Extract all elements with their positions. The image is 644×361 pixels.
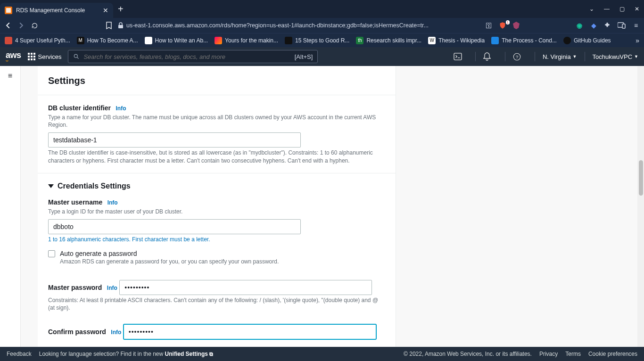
cluster-id-label: DB cluster identifier — [48, 104, 111, 112]
cookie-link[interactable]: Cookie preferences — [588, 351, 637, 357]
chevron-down-icon[interactable]: ⌄ — [588, 6, 595, 12]
aws-search-input[interactable] — [83, 53, 290, 60]
new-tab-button[interactable]: + — [113, 4, 128, 15]
chevron-down-icon: ▼ — [634, 54, 638, 59]
region-selector[interactable]: N. Virginia▼ — [543, 53, 577, 60]
chevron-down-icon — [48, 184, 54, 188]
bookmarks-overflow-icon[interactable]: » — [636, 37, 639, 44]
auto-gen-checkbox[interactable] — [48, 250, 55, 257]
bell-icon[interactable] — [483, 52, 497, 61]
info-link[interactable]: Info — [116, 105, 126, 112]
aws-favicon-icon — [5, 7, 12, 14]
bookmark-item[interactable]: thResearch skills impr... — [356, 37, 421, 44]
privacy-link[interactable]: Privacy — [539, 351, 558, 357]
info-link[interactable]: Info — [111, 329, 121, 336]
grid-icon — [28, 53, 35, 60]
master-pwd-input[interactable] — [119, 280, 372, 295]
bookmark-item[interactable]: 4 Super Useful Pyth... — [5, 37, 70, 44]
external-link-icon: ⧉ — [209, 351, 213, 357]
sidebar-collapse: ≡ — [0, 66, 21, 347]
main-content: Settings DB cluster identifier Info Type… — [21, 66, 644, 347]
scrollbar[interactable] — [637, 66, 644, 347]
chevron-down-icon: ▼ — [573, 54, 577, 59]
info-link[interactable]: Info — [107, 285, 117, 291]
bookmark-item[interactable]: Yours for the makin... — [215, 37, 278, 44]
forward-icon — [17, 21, 25, 30]
back-icon[interactable] — [4, 21, 12, 30]
close-tab-icon[interactable]: ✕ — [103, 7, 108, 14]
master-user-label: Master username — [48, 198, 102, 206]
aws-footer: Feedback Looking for language selection?… — [0, 347, 644, 361]
svg-rect-1 — [6, 8, 11, 13]
svg-text:?: ? — [516, 54, 518, 59]
bookmark-icon[interactable] — [105, 21, 113, 30]
master-pwd-constraints: Constraints: At least 8 printable ASCII … — [48, 296, 385, 312]
svg-rect-2 — [118, 25, 123, 28]
bookmark-item[interactable]: How to Write an Ab... — [145, 37, 208, 44]
hamburger-icon[interactable]: ≡ — [8, 72, 12, 80]
confirm-pwd-label: Confirm password — [48, 328, 106, 336]
credentials-heading: Credentials Settings — [58, 182, 131, 190]
unified-settings-link[interactable]: Unified Settings⧉ — [165, 351, 213, 357]
window-close-icon[interactable]: ✕ — [634, 6, 640, 12]
cloudshell-icon[interactable] — [454, 53, 468, 60]
account-selector[interactable]: TochukwuVPC▼ — [593, 53, 638, 60]
bookmark-item[interactable]: GitHub Guides — [563, 37, 611, 44]
lang-text: Looking for language selection? Find it … — [39, 351, 213, 357]
svg-rect-6 — [454, 53, 462, 60]
bookmark-item[interactable]: MHow To Become A... — [77, 37, 138, 44]
gem-icon[interactable]: ◆ — [589, 22, 598, 29]
search-hotkey: [Alt+S] — [295, 53, 313, 60]
svg-point-5 — [74, 54, 78, 57]
minimize-icon[interactable]: ― — [603, 6, 610, 12]
browser-tabbar: RDS Management Console ✕ + ⌄ ― ▢ ✕ — [0, 0, 644, 18]
lock-icon — [118, 22, 124, 29]
info-link[interactable]: Info — [107, 199, 118, 206]
url-bar[interactable]: us-east-1.console.aws.amazon.com/rds/hom… — [118, 19, 476, 32]
master-user-constraints: 1 to 16 alphanumeric characters. First c… — [48, 236, 385, 243]
services-button[interactable]: Services — [28, 53, 62, 60]
browser-tab[interactable]: RDS Management Console ✕ — [0, 3, 113, 18]
credentials-toggle[interactable]: Credentials Settings — [48, 182, 385, 190]
bookmark-item[interactable]: WThesis - Wikipedia — [428, 37, 485, 44]
tab-title: RDS Management Console — [16, 7, 85, 14]
help-icon[interactable]: ? — [513, 53, 527, 61]
svg-rect-4 — [622, 24, 625, 28]
maximize-icon[interactable]: ▢ — [619, 6, 625, 12]
cluster-id-help: Type a name for your DB cluster. The nam… — [48, 114, 385, 129]
reload-icon[interactable] — [30, 21, 39, 30]
aws-search[interactable]: [Alt+S] — [68, 50, 318, 63]
auto-gen-help: Amazon RDS can generate a password for y… — [60, 258, 279, 265]
grammarly-icon[interactable]: ◉ — [575, 22, 584, 29]
master-user-input[interactable] — [48, 219, 301, 234]
shield-icon[interactable]: 1 — [499, 22, 507, 29]
auto-gen-label: Auto generate a password — [60, 250, 279, 257]
bookmark-item[interactable]: The Process - Cond... — [491, 37, 557, 44]
extensions-icon[interactable] — [603, 22, 612, 29]
master-user-help: Type a login ID for the master user of y… — [48, 208, 385, 215]
confirm-pwd-input[interactable] — [124, 324, 376, 339]
feedback-link[interactable]: Feedback — [7, 351, 32, 357]
browser-toolbar: us-east-1.console.aws.amazon.com/rds/hom… — [0, 18, 644, 33]
brave-icon[interactable] — [513, 22, 521, 29]
copyright-text: © 2022, Amazon Web Services, Inc. or its… — [404, 351, 532, 357]
bookmarks-bar: 4 Super Useful Pyth... MHow To Become A.… — [0, 33, 644, 47]
aws-logo[interactable]: aws⌣ — [6, 50, 21, 63]
cluster-id-input[interactable] — [48, 132, 301, 148]
url-text: us-east-1.console.aws.amazon.com/rds/hom… — [126, 22, 429, 29]
master-pwd-label: Master password — [48, 284, 102, 291]
menu-icon[interactable]: ≡ — [632, 22, 640, 29]
terms-link[interactable]: Terms — [565, 351, 581, 357]
key-icon[interactable]: ⚿ — [485, 22, 493, 29]
bookmark-item[interactable]: 15 Steps to Good R... — [285, 37, 349, 44]
cluster-id-constraints: The DB cluster identifier is case-insens… — [48, 149, 385, 164]
aws-topbar: aws⌣ Services [Alt+S] ? N. Virginia▼ Toc… — [0, 47, 644, 66]
device-icon[interactable] — [618, 22, 626, 29]
settings-heading: Settings — [48, 75, 385, 86]
search-icon — [73, 53, 80, 60]
